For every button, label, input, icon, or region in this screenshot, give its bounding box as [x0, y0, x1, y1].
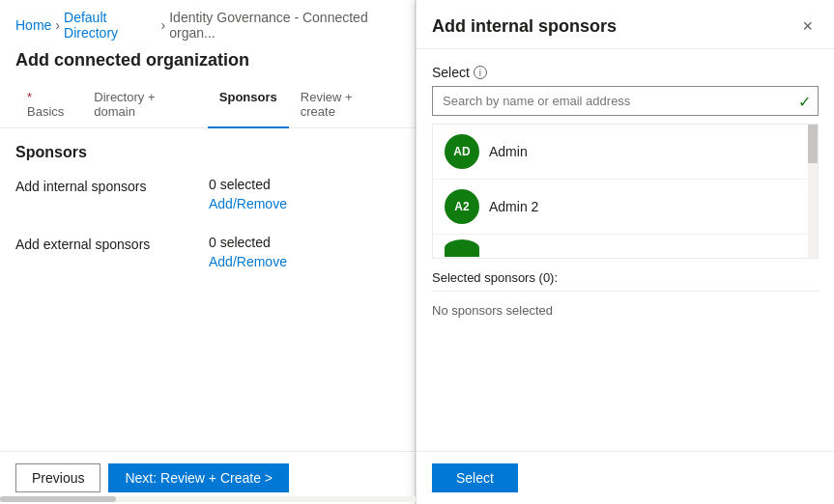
list-item[interactable]: AD Admin [433, 125, 818, 180]
search-input[interactable] [432, 86, 819, 116]
internal-sponsors-row: Add internal sponsors 0 selected Add/Rem… [15, 177, 399, 215]
internal-sponsors-add-remove[interactable]: Add/Remove [209, 196, 287, 211]
list-item-partial [433, 235, 818, 259]
search-check-icon: ✓ [798, 92, 811, 110]
internal-sponsors-label: Add internal sponsors [15, 177, 209, 194]
external-sponsors-label: Add external sponsors [15, 235, 209, 252]
internal-sponsors-info: 0 selected Add/Remove [209, 177, 287, 211]
section-title: Sponsors [15, 144, 399, 161]
modal-header: Add internal sponsors × [417, 0, 834, 49]
select-button[interactable]: Select [432, 463, 518, 492]
avatar-admin: AD [445, 134, 479, 169]
breadcrumb-current: Identity Governance - Connected organ... [169, 10, 399, 41]
avatar-admin2: A2 [445, 189, 479, 224]
tab-basics[interactable]: Basics [15, 82, 82, 128]
modal-panel: Add internal sponsors × Select i ✓ AD Ad… [416, 0, 834, 504]
breadcrumb-sep-1: › [55, 17, 60, 33]
info-icon[interactable]: i [474, 66, 487, 79]
scrollbar-track[interactable] [808, 125, 818, 258]
external-sponsors-count: 0 selected [209, 235, 287, 250]
breadcrumb: Home › Default Directory › Identity Gove… [0, 0, 415, 46]
main-panel: Home › Default Directory › Identity Gove… [0, 0, 416, 504]
modal-title: Add internal sponsors [432, 16, 617, 37]
modal-body: Select i ✓ AD Admin A2 Admin 2 [417, 49, 834, 451]
breadcrumb-directory[interactable]: Default Directory [64, 10, 158, 41]
external-sponsors-add-remove[interactable]: Add/Remove [209, 254, 287, 269]
horizontal-scroll-thumb[interactable] [0, 496, 116, 502]
tab-sponsors[interactable]: Sponsors [208, 82, 289, 128]
user-list: AD Admin A2 Admin 2 [432, 124, 819, 259]
content-area: Sponsors Add internal sponsors 0 selecte… [0, 128, 415, 451]
modal-footer: Select [417, 451, 834, 504]
tab-directory-domain[interactable]: Directory + domain [82, 82, 208, 128]
no-sponsors-text: No sponsors selected [432, 299, 819, 322]
tab-bar: Basics Directory + domain Sponsors Revie… [0, 82, 415, 128]
page-title: Add connected organization [0, 46, 415, 82]
list-item[interactable]: A2 Admin 2 [433, 180, 818, 235]
breadcrumb-home[interactable]: Home [15, 17, 51, 33]
search-container: ✓ [432, 86, 819, 116]
selected-sponsors-title: Selected sponsors (0): [432, 270, 819, 292]
user-name-admin2: Admin 2 [489, 199, 538, 214]
scrollbar-thumb[interactable] [808, 125, 818, 163]
avatar-partial [445, 239, 479, 257]
tab-review-create[interactable]: Review + create [289, 82, 399, 128]
select-label: Select i [432, 65, 819, 80]
user-name-admin: Admin [489, 144, 528, 159]
modal-close-button[interactable]: × [796, 15, 819, 37]
selected-sponsors-section: Selected sponsors (0): No sponsors selec… [432, 270, 819, 322]
next-button[interactable]: Next: Review + Create > [108, 463, 289, 492]
breadcrumb-sep-2: › [161, 17, 166, 33]
internal-sponsors-count: 0 selected [209, 177, 287, 192]
external-sponsors-row: Add external sponsors 0 selected Add/Rem… [15, 235, 399, 273]
horizontal-scroll-area [0, 496, 416, 502]
external-sponsors-info: 0 selected Add/Remove [209, 235, 287, 269]
select-label-text: Select [432, 65, 470, 80]
previous-button[interactable]: Previous [15, 463, 101, 492]
